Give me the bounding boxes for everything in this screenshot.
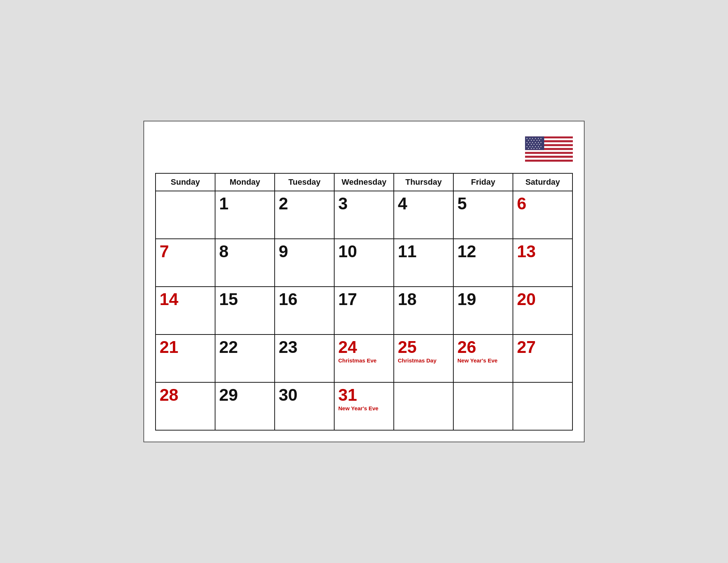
calendar-cell: 24Christmas Eve xyxy=(334,334,394,382)
day-number: 17 xyxy=(338,290,390,309)
calendar-cell: 2 xyxy=(275,191,334,239)
day-number: 10 xyxy=(338,242,390,261)
day-number: 25 xyxy=(398,338,449,357)
calendar-week-row: 78910111213 xyxy=(156,239,572,287)
header-saturday: Saturday xyxy=(513,173,572,191)
calendar-cell: 28 xyxy=(156,382,215,430)
day-number: 1 xyxy=(219,194,271,213)
day-number: 8 xyxy=(219,242,271,261)
calendar-container: ★★★★★★ ★★★★★ ★★★★★★ ★★★★★ ★★★★★★ ★★★★★ S… xyxy=(143,121,585,442)
header-friday: Friday xyxy=(453,173,513,191)
day-number: 30 xyxy=(279,386,330,404)
header-monday: Monday xyxy=(215,173,275,191)
calendar-cell: 25Christmas Day xyxy=(394,334,453,382)
day-number: 20 xyxy=(517,290,568,309)
calendar-cell: 27 xyxy=(513,334,572,382)
day-number: 18 xyxy=(398,290,449,309)
holiday-label: Christmas Day xyxy=(398,357,449,364)
calendar-cell: 20 xyxy=(513,287,572,334)
header-tuesday: Tuesday xyxy=(275,173,334,191)
calendar-cell: 26New Year's Eve xyxy=(453,334,513,382)
day-number: 22 xyxy=(219,338,271,357)
day-number: 9 xyxy=(279,242,330,261)
calendar-cell: 13 xyxy=(513,239,572,287)
weekday-header-row: Sunday Monday Tuesday Wednesday Thursday… xyxy=(156,173,572,191)
holiday-label: New Year's Eve xyxy=(457,357,509,364)
svg-rect-9 xyxy=(525,154,573,156)
calendar-cell: 6 xyxy=(513,191,572,239)
day-number: 28 xyxy=(160,386,211,404)
svg-rect-7 xyxy=(525,150,573,152)
svg-rect-11 xyxy=(525,158,573,160)
header-sunday: Sunday xyxy=(156,173,215,191)
day-number: 26 xyxy=(457,338,509,357)
calendar-cell: 29 xyxy=(215,382,275,430)
calendar-cell: 15 xyxy=(215,287,275,334)
header-thursday: Thursday xyxy=(394,173,453,191)
calendar-cell: 11 xyxy=(394,239,453,287)
calendar-week-row: 21222324Christmas Eve25Christmas Day26Ne… xyxy=(156,334,572,382)
calendar-cell xyxy=(513,382,572,430)
calendar-cell: 19 xyxy=(453,287,513,334)
svg-rect-10 xyxy=(525,156,573,157)
day-number: 3 xyxy=(338,194,390,213)
day-number: 29 xyxy=(219,386,271,404)
svg-rect-8 xyxy=(525,152,573,154)
day-number: 14 xyxy=(160,290,211,309)
calendar-week-row: 123456 xyxy=(156,191,572,239)
svg-rect-12 xyxy=(525,160,573,162)
calendar-cell: 8 xyxy=(215,239,275,287)
calendar-cell: 18 xyxy=(394,287,453,334)
calendar-cell: 3 xyxy=(334,191,394,239)
holiday-label: Christmas Eve xyxy=(338,357,390,364)
day-number: 31 xyxy=(338,386,390,404)
day-number: 13 xyxy=(517,242,568,261)
day-number: 19 xyxy=(457,290,509,309)
day-number: 2 xyxy=(279,194,330,213)
calendar-cell: 4 xyxy=(394,191,453,239)
calendar-cell: 22 xyxy=(215,334,275,382)
calendar-cell: 30 xyxy=(275,382,334,430)
day-number: 12 xyxy=(457,242,509,261)
calendar-cell: 23 xyxy=(275,334,334,382)
day-number: 7 xyxy=(160,242,211,261)
calendar-cell xyxy=(453,382,513,430)
day-number: 6 xyxy=(517,194,568,213)
day-number: 24 xyxy=(338,338,390,357)
calendar-cell: 12 xyxy=(453,239,513,287)
calendar-cell: 10 xyxy=(334,239,394,287)
calendar-cell xyxy=(394,382,453,430)
calendar-cell: 9 xyxy=(275,239,334,287)
day-number: 4 xyxy=(398,194,449,213)
calendar-cell xyxy=(156,191,215,239)
calendar-cell: 5 xyxy=(453,191,513,239)
calendar-table: Sunday Monday Tuesday Wednesday Thursday… xyxy=(155,173,573,431)
calendar-cell: 7 xyxy=(156,239,215,287)
calendar-cell: 31New Year's Eve xyxy=(334,382,394,430)
header-wednesday: Wednesday xyxy=(334,173,394,191)
us-flag: ★★★★★★ ★★★★★ ★★★★★★ ★★★★★ ★★★★★★ ★★★★★ xyxy=(525,132,573,166)
day-number: 11 xyxy=(398,242,449,261)
day-number: 27 xyxy=(517,338,568,357)
calendar-cell: 16 xyxy=(275,287,334,334)
day-number: 23 xyxy=(279,338,330,357)
holiday-label: New Year's Eve xyxy=(338,405,390,412)
day-number: 16 xyxy=(279,290,330,309)
day-number: 15 xyxy=(219,290,271,309)
calendar-cell: 14 xyxy=(156,287,215,334)
calendar-cell: 21 xyxy=(156,334,215,382)
day-number: 5 xyxy=(457,194,509,213)
calendar-cell: 17 xyxy=(334,287,394,334)
calendar-header: ★★★★★★ ★★★★★ ★★★★★★ ★★★★★ ★★★★★★ ★★★★★ xyxy=(155,132,573,166)
day-number: 21 xyxy=(160,338,211,357)
calendar-cell: 1 xyxy=(215,191,275,239)
calendar-week-row: 14151617181920 xyxy=(156,287,572,334)
calendar-week-row: 28293031New Year's Eve xyxy=(156,382,572,430)
